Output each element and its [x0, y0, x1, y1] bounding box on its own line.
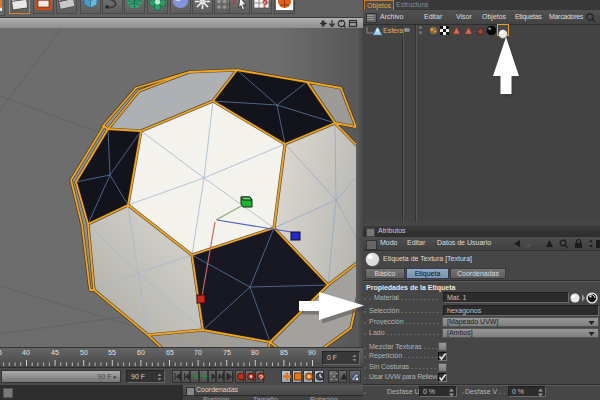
svg-text:?: ?: [262, 0, 268, 10]
svg-text:?: ?: [231, 0, 238, 7]
svg-text:?: ?: [259, 373, 264, 382]
